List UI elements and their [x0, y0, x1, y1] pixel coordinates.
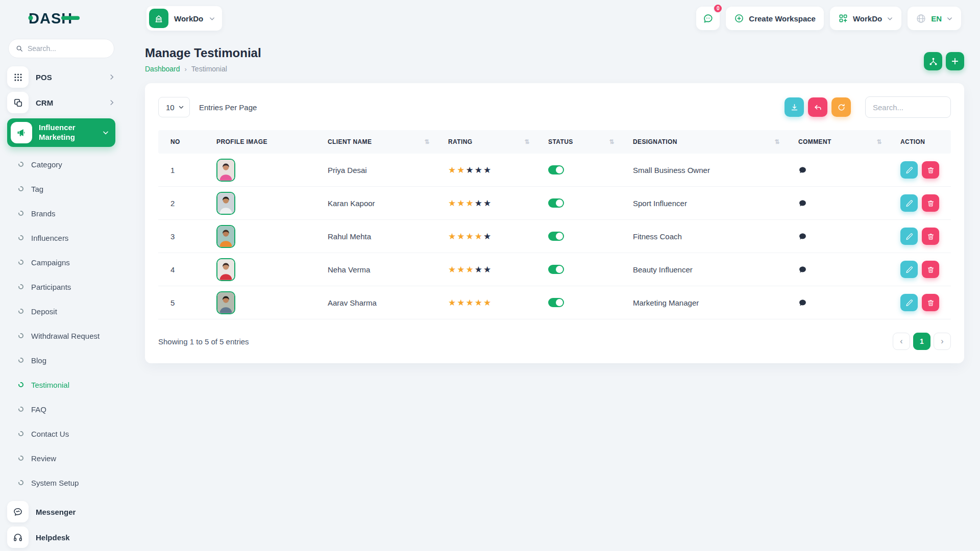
- edit-button[interactable]: [900, 228, 918, 245]
- column-label: COMMENT: [798, 138, 831, 145]
- cell-status: [536, 198, 621, 208]
- table-search-input[interactable]: [865, 96, 951, 118]
- workspace-switcher[interactable]: WorkDo: [146, 6, 222, 31]
- comment-icon[interactable]: [798, 298, 807, 307]
- headphones-icon: [7, 527, 29, 548]
- trash-icon: [927, 299, 935, 307]
- trash-icon: [927, 166, 935, 174]
- delete-button[interactable]: [922, 161, 939, 179]
- comment-icon[interactable]: [798, 232, 807, 241]
- bullet-ring-icon: [18, 480, 23, 485]
- status-toggle[interactable]: [548, 165, 564, 174]
- pagination-page-1[interactable]: 1: [913, 333, 930, 350]
- table-row: 4 Neha Verma ★★★★★ Beauty Influencer: [158, 253, 951, 286]
- sort-icon[interactable]: ⇅: [609, 138, 615, 145]
- sidebar-subitem-label: Blog: [31, 356, 46, 365]
- bullet-ring-icon: [18, 333, 23, 338]
- sidebar-item-blog[interactable]: Blog: [0, 348, 122, 372]
- sidebar-item-brands[interactable]: Brands: [0, 201, 122, 226]
- sidebar-item-system-setup[interactable]: System Setup: [0, 470, 122, 495]
- delete-button[interactable]: [922, 228, 939, 245]
- table-row: 1 Priya Desai ★★★★★ Small Business Owner: [158, 154, 951, 187]
- integrations-button[interactable]: [924, 52, 942, 70]
- sidebar-item-category[interactable]: Category: [0, 152, 122, 177]
- bullet-ring-icon: [18, 309, 23, 314]
- export-button[interactable]: [785, 97, 804, 117]
- sidebar-item-campaigns[interactable]: Campaigns: [0, 250, 122, 274]
- star-icon: ★: [475, 198, 483, 209]
- reset-button[interactable]: [808, 97, 827, 117]
- pagination-next-button[interactable]: ›: [934, 333, 951, 350]
- cell-client-name: Priya Desai: [315, 166, 436, 174]
- edit-button[interactable]: [900, 194, 918, 212]
- sidebar-subitem-label: Contact Us: [31, 430, 69, 438]
- status-toggle[interactable]: [548, 298, 564, 307]
- cell-comment: [786, 166, 888, 174]
- workspace-dropdown[interactable]: WorkDo: [830, 7, 901, 30]
- comment-icon[interactable]: [798, 166, 807, 174]
- table-column-header: PROFILE IMAGE: [204, 138, 315, 145]
- trash-icon: [927, 199, 935, 207]
- sidebar-group-influencer-marketing[interactable]: Influencer Marketing: [7, 118, 115, 147]
- cell-rating: ★★★★★: [436, 231, 536, 242]
- sidebar-item-messenger[interactable]: Messenger: [7, 501, 115, 522]
- messages-button[interactable]: 0: [696, 7, 720, 30]
- sidebar-subitem-label: Deposit: [31, 307, 57, 316]
- page-header: Manage Testimonial Dashboard › Testimoni…: [122, 31, 980, 73]
- sidebar-search-input[interactable]: [28, 44, 107, 53]
- status-toggle[interactable]: [548, 198, 564, 208]
- sidebar-item-withdrawal-request[interactable]: Withdrawal Request: [0, 323, 122, 348]
- sidebar-item-pos[interactable]: POS: [7, 66, 115, 88]
- create-workspace-label: Create Workspace: [749, 14, 816, 23]
- breadcrumb-dashboard-link[interactable]: Dashboard: [145, 65, 180, 73]
- cell-no: 1: [158, 166, 204, 174]
- search-icon: [16, 44, 23, 53]
- comment-icon[interactable]: [798, 199, 807, 208]
- create-workspace-button[interactable]: Create Workspace: [726, 7, 824, 30]
- messages-badge: 0: [713, 4, 723, 13]
- entries-per-page-select[interactable]: 10: [158, 97, 190, 117]
- comment-icon[interactable]: [798, 265, 807, 274]
- workspace-name: WorkDo: [174, 14, 203, 23]
- refresh-button[interactable]: [831, 97, 851, 117]
- delete-button[interactable]: [922, 294, 939, 311]
- star-icon: ★: [483, 198, 492, 209]
- column-label: STATUS: [548, 138, 573, 145]
- delete-button[interactable]: [922, 261, 939, 278]
- status-toggle[interactable]: [548, 232, 564, 241]
- download-icon: [790, 103, 799, 112]
- edit-button[interactable]: [900, 261, 918, 278]
- sidebar-item-testimonial[interactable]: Testimonial: [0, 372, 122, 397]
- delete-button[interactable]: [922, 194, 939, 212]
- language-dropdown[interactable]: EN: [908, 7, 961, 30]
- pagination: ‹ 1 ›: [893, 333, 951, 350]
- edit-button[interactable]: [900, 294, 918, 311]
- sidebar-item-tag[interactable]: Tag: [0, 177, 122, 201]
- sidebar-subitem-label: Brands: [31, 209, 56, 218]
- sidebar-item-deposit[interactable]: Deposit: [0, 299, 122, 323]
- edit-button[interactable]: [900, 161, 918, 179]
- sidebar-item-crm[interactable]: CRM: [7, 92, 115, 113]
- cell-profile-image: [204, 225, 315, 248]
- sidebar-submenu: Category Tag Brands Influencers Campaign…: [0, 152, 122, 495]
- sidebar-item-contact-us[interactable]: Contact Us: [0, 421, 122, 446]
- pencil-icon: [905, 233, 913, 240]
- sidebar-item-helpdesk[interactable]: Helpdesk: [7, 527, 115, 548]
- sort-icon[interactable]: ⇅: [877, 138, 882, 145]
- sort-icon[interactable]: ⇅: [525, 138, 530, 145]
- grid-plus-icon: [838, 13, 848, 23]
- sort-icon[interactable]: ⇅: [425, 138, 430, 145]
- sort-icon[interactable]: ⇅: [775, 138, 780, 145]
- table-row: 3 Rahul Mehta ★★★★★ Fitness Coach: [158, 220, 951, 253]
- sidebar-item-participants[interactable]: Participants: [0, 274, 122, 299]
- sidebar-item-influencers[interactable]: Influencers: [0, 226, 122, 250]
- cell-action: [888, 261, 951, 278]
- pagination-prev-button[interactable]: ‹: [893, 333, 910, 350]
- sidebar-item-review[interactable]: Review: [0, 446, 122, 470]
- cell-profile-image: [204, 258, 315, 281]
- sidebar-item-faq[interactable]: FAQ: [0, 397, 122, 421]
- star-icon: ★: [448, 231, 457, 242]
- status-toggle[interactable]: [548, 265, 564, 274]
- table-header-row: NO PROFILE IMAGE CLIENT NAME ⇅ RATING ⇅ …: [158, 130, 951, 154]
- add-testimonial-button[interactable]: [946, 52, 964, 70]
